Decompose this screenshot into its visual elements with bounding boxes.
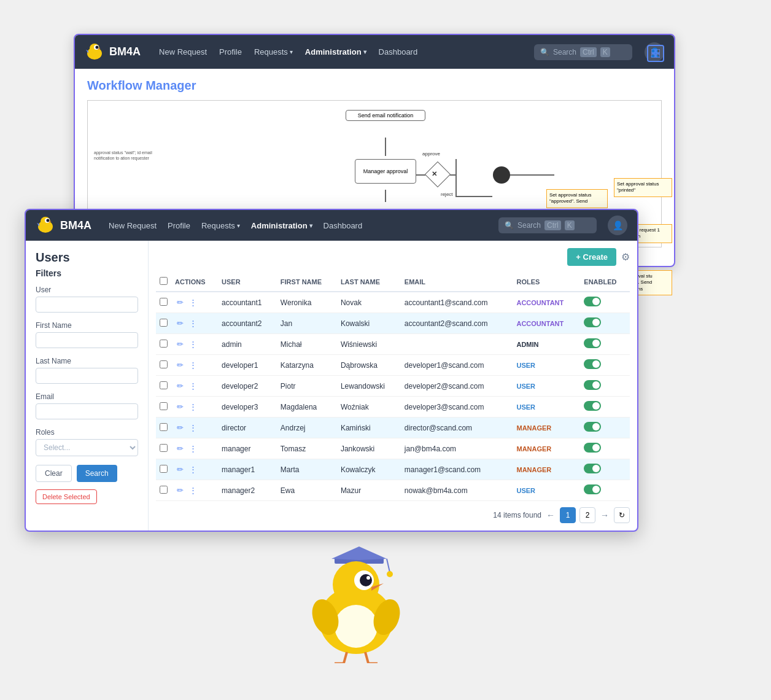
- row-checkbox-4[interactable]: [160, 381, 168, 389]
- row-checkbox-9[interactable]: [160, 486, 168, 494]
- row-checkbox-3[interactable]: [160, 360, 168, 368]
- fg-nav-dashboard[interactable]: Dashboard: [324, 221, 363, 230]
- cell-lastname-7: Jankowski: [337, 438, 401, 459]
- more-button-2[interactable]: ⋮: [187, 339, 199, 349]
- row-checkbox-8[interactable]: [160, 465, 168, 473]
- bg-nav-new-request[interactable]: New Request: [159, 47, 207, 56]
- cell-user-7: manager: [218, 438, 277, 459]
- more-button-8[interactable]: ⋮: [187, 464, 199, 475]
- enabled-toggle-9[interactable]: [584, 484, 601, 494]
- side-note-approved: Set approval status "approved". Send: [546, 189, 608, 208]
- bg-kbd-k: K: [600, 47, 610, 57]
- row-checkbox-6[interactable]: [160, 423, 168, 431]
- edit-button-2[interactable]: ✏: [175, 339, 185, 349]
- roles-filter-group: Roles Select... ACCOUNTANT ADMIN USER MA…: [36, 428, 138, 456]
- more-button-5[interactable]: ⋮: [187, 402, 199, 412]
- user-filter-group: User: [36, 286, 138, 313]
- edit-button-9[interactable]: ✏: [175, 485, 185, 496]
- row-checkbox-7[interactable]: [160, 444, 168, 452]
- grid-view-icon[interactable]: [647, 45, 664, 62]
- cell-role-0: ACCOUNTANT: [516, 299, 564, 306]
- enabled-toggle-0[interactable]: [584, 297, 601, 306]
- enabled-toggle-4[interactable]: [584, 380, 601, 390]
- enabled-toggle-2[interactable]: [584, 338, 601, 348]
- enabled-toggle-6[interactable]: [584, 422, 601, 432]
- filter-buttons: Clear Search: [36, 465, 138, 482]
- firstname-filter-input[interactable]: [36, 332, 138, 348]
- roles-filter-select[interactable]: Select... ACCOUNTANT ADMIN USER MANAGER: [36, 439, 138, 456]
- cell-lastname-6: Kamiński: [337, 418, 401, 438]
- enabled-toggle-1[interactable]: [584, 317, 601, 327]
- bg-nav-administration[interactable]: Administration ▾: [305, 47, 366, 56]
- edit-button-6[interactable]: ✏: [175, 422, 185, 433]
- cell-firstname-8: Marta: [277, 459, 337, 480]
- page-1-button[interactable]: 1: [560, 507, 576, 523]
- row-checkbox-0[interactable]: [160, 298, 168, 306]
- cell-lastname-8: Kowalczyk: [337, 459, 401, 480]
- create-button[interactable]: + Create: [567, 248, 616, 266]
- col-lastname: LAST NAME: [337, 272, 401, 292]
- more-button-6[interactable]: ⋮: [187, 422, 199, 433]
- enabled-toggle-8[interactable]: [584, 464, 601, 473]
- user-filter-input[interactable]: [36, 297, 138, 313]
- bg-nav-requests[interactable]: Requests ▾: [254, 47, 293, 56]
- page-2-button[interactable]: 2: [579, 507, 595, 523]
- refresh-button[interactable]: ↻: [614, 507, 630, 523]
- cell-firstname-9: Ewa: [277, 480, 337, 501]
- table-row: ✏ ⋮ manager2 Ewa Mazur nowak@bm4a.com US…: [156, 480, 630, 501]
- fg-user-avatar[interactable]: 👤: [608, 216, 627, 235]
- more-button-0[interactable]: ⋮: [187, 297, 199, 308]
- users-window: BM4A New Request Profile Requests ▾ Admi…: [25, 209, 638, 532]
- cell-firstname-0: Weronika: [277, 292, 337, 313]
- row-checkbox-1[interactable]: [160, 319, 168, 327]
- edit-button-4[interactable]: ✏: [175, 381, 185, 391]
- enabled-toggle-7[interactable]: [584, 443, 601, 453]
- more-button-7[interactable]: ⋮: [187, 443, 199, 454]
- edit-button-5[interactable]: ✏: [175, 402, 185, 412]
- lastname-filter-input[interactable]: [36, 368, 138, 384]
- fg-nav-requests[interactable]: Requests ▾: [201, 221, 240, 230]
- fg-nav-new-request[interactable]: New Request: [109, 221, 157, 230]
- email-filter-label: Email: [36, 392, 138, 401]
- fg-kbd-k: K: [565, 220, 575, 230]
- more-button-9[interactable]: ⋮: [187, 485, 199, 496]
- edit-button-0[interactable]: ✏: [175, 297, 185, 308]
- table-settings-button[interactable]: ⚙: [621, 251, 630, 263]
- enabled-toggle-3[interactable]: [584, 359, 601, 369]
- fg-search-box[interactable]: 🔍 Search Ctrl K: [498, 217, 597, 233]
- cell-email-0: accountant1@scand.com: [401, 292, 513, 313]
- edit-button-7[interactable]: ✏: [175, 443, 185, 454]
- edit-button-8[interactable]: ✏: [175, 464, 185, 475]
- fg-admin-arrow-icon: ▾: [309, 222, 312, 229]
- fg-nav-profile[interactable]: Profile: [168, 221, 190, 230]
- col-roles: ROLES: [513, 272, 580, 292]
- cell-firstname-6: Andrzej: [277, 418, 337, 438]
- clear-button[interactable]: Clear: [36, 465, 72, 482]
- select-all-checkbox[interactable]: [160, 277, 168, 285]
- more-button-1[interactable]: ⋮: [187, 318, 199, 329]
- bg-search-box[interactable]: 🔍 Search Ctrl K: [534, 44, 632, 60]
- table-row: ✏ ⋮ developer1 Katarzyna Dąbrowska devel…: [156, 355, 630, 376]
- next-page-button[interactable]: →: [599, 510, 610, 520]
- edit-button-1[interactable]: ✏: [175, 318, 185, 329]
- fg-logo-bird-icon: [36, 216, 55, 235]
- delete-selected-button[interactable]: Delete Selected: [36, 489, 97, 504]
- row-checkbox-2[interactable]: [160, 340, 168, 348]
- bg-nav-profile[interactable]: Profile: [219, 47, 242, 56]
- prev-page-button[interactable]: ←: [545, 510, 556, 520]
- row-checkbox-5[interactable]: [160, 402, 168, 410]
- fg-logo-area: BM4A: [36, 216, 91, 235]
- bg-requests-arrow-icon: ▾: [290, 49, 293, 55]
- bg-navbar: BM4A New Request Profile Requests ▾ Admi…: [75, 35, 674, 69]
- more-button-4[interactable]: ⋮: [187, 381, 199, 391]
- search-button[interactable]: Search: [77, 465, 117, 482]
- enabled-toggle-5[interactable]: [584, 401, 601, 411]
- bg-nav-dashboard[interactable]: Dashboard: [379, 47, 418, 56]
- table-row: ✏ ⋮ developer3 Magdalena Woźniak develop…: [156, 397, 630, 418]
- fg-nav-administration[interactable]: Administration ▾: [251, 221, 312, 230]
- svg-point-13: [47, 219, 50, 222]
- table-head: ACTIONS USER FIRST NAME LAST NAME EMAIL …: [156, 272, 630, 292]
- edit-button-3[interactable]: ✏: [175, 360, 185, 370]
- email-filter-input[interactable]: [36, 403, 138, 419]
- more-button-3[interactable]: ⋮: [187, 360, 199, 370]
